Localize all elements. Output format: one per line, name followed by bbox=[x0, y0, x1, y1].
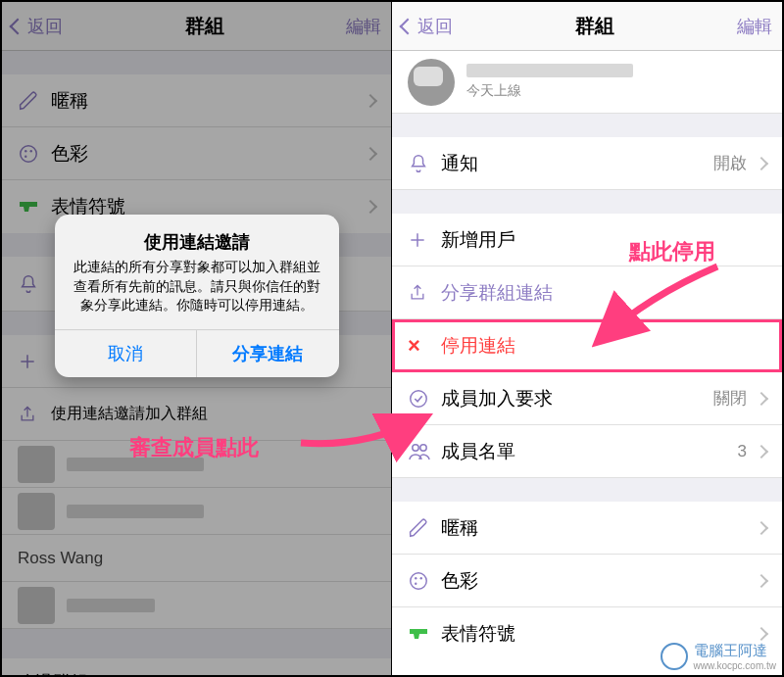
section-separator bbox=[392, 114, 782, 137]
row-nickname[interactable]: 暱稱 bbox=[392, 502, 782, 555]
watermark-brand: 電腦王阿達 bbox=[694, 642, 767, 658]
notifications-value: 開啟 bbox=[713, 152, 747, 174]
chevron-right-icon bbox=[755, 573, 768, 587]
disable-link-label: 停用連結 bbox=[441, 333, 766, 359]
member-count: 3 bbox=[738, 442, 747, 461]
svg-point-10 bbox=[415, 582, 416, 584]
modal-buttons: 取消 分享連結 bbox=[55, 329, 339, 377]
left-screen: 返回 群組 編輯 暱稱 色彩 bbox=[2, 2, 392, 675]
invite-link-modal: 使用連結邀請 此連結的所有分享對象都可以加入群組並查看所有先前的訊息。請只與你信… bbox=[55, 215, 339, 377]
page-title: 群組 bbox=[575, 13, 614, 39]
modal-title: 使用連結邀請 bbox=[55, 215, 339, 258]
svg-point-4 bbox=[411, 390, 427, 407]
profile-row[interactable]: 今天上線 bbox=[392, 51, 782, 114]
right-screen: 返回 群組 編輯 今天上線 通知 開啟 新增用戶 bbox=[392, 2, 782, 675]
plus-icon bbox=[408, 230, 441, 250]
svg-point-5 bbox=[413, 444, 418, 450]
cancel-button[interactable]: 取消 bbox=[55, 330, 198, 377]
watermark-url: www.kocpc.com.tw bbox=[694, 660, 776, 671]
avatar bbox=[408, 59, 455, 106]
share-group-link-label: 分享群組連結 bbox=[441, 280, 766, 306]
svg-point-6 bbox=[420, 444, 426, 450]
chevron-right-icon bbox=[755, 444, 768, 458]
join-request-label: 成員加入要求 bbox=[441, 386, 713, 411]
back-button[interactable]: 返回 bbox=[402, 15, 453, 38]
chevron-right-icon bbox=[755, 391, 768, 405]
share-icon bbox=[408, 282, 441, 304]
row-disable-link[interactable]: × 停用連結 bbox=[392, 319, 782, 372]
add-user-label: 新增用戶 bbox=[441, 227, 766, 253]
gun-icon bbox=[408, 625, 441, 643]
share-link-button[interactable]: 分享連結 bbox=[197, 330, 339, 377]
back-label: 返回 bbox=[417, 15, 453, 38]
svg-point-7 bbox=[411, 572, 427, 589]
section-separator bbox=[392, 478, 782, 502]
navbar-right: 返回 群組 編輯 bbox=[392, 2, 782, 51]
row-notifications[interactable]: 通知 開啟 bbox=[392, 137, 782, 190]
row-add-user[interactable]: 新增用戶 bbox=[392, 214, 782, 266]
row-join-request[interactable]: 成員加入要求 關閉 bbox=[392, 372, 782, 425]
modal-body: 此連結的所有分享對象都可以加入群組並查看所有先前的訊息。請只與你信任的對象分享此… bbox=[55, 258, 339, 329]
close-icon: × bbox=[408, 333, 441, 359]
join-request-value: 關閉 bbox=[713, 387, 747, 410]
notifications-label: 通知 bbox=[441, 151, 713, 176]
profile-name-blurred bbox=[466, 64, 633, 77]
chevron-right-icon bbox=[755, 627, 768, 641]
check-circle-icon bbox=[408, 388, 441, 410]
row-color[interactable]: 色彩 bbox=[392, 555, 782, 607]
edit-button[interactable]: 編輯 bbox=[737, 15, 772, 38]
svg-point-8 bbox=[415, 577, 416, 579]
palette-icon bbox=[408, 570, 441, 592]
chevron-left-icon bbox=[400, 18, 416, 34]
row-member-list[interactable]: 成員名單 3 bbox=[392, 425, 782, 478]
chevron-right-icon bbox=[755, 156, 768, 169]
pencil-icon bbox=[408, 517, 441, 539]
bell-icon bbox=[408, 153, 441, 174]
profile-status: 今天上線 bbox=[466, 82, 633, 100]
nickname-label: 暱稱 bbox=[441, 515, 751, 541]
chevron-right-icon bbox=[755, 520, 768, 534]
row-share-group-link[interactable]: 分享群組連結 bbox=[392, 266, 782, 319]
color-label: 色彩 bbox=[441, 568, 751, 594]
watermark-face-icon bbox=[661, 643, 688, 670]
section-separator bbox=[392, 190, 782, 214]
member-list-label: 成員名單 bbox=[441, 439, 738, 464]
people-icon bbox=[408, 442, 441, 461]
svg-point-9 bbox=[420, 577, 422, 579]
watermark: 電腦王阿達 www.kocpc.com.tw bbox=[661, 642, 776, 671]
